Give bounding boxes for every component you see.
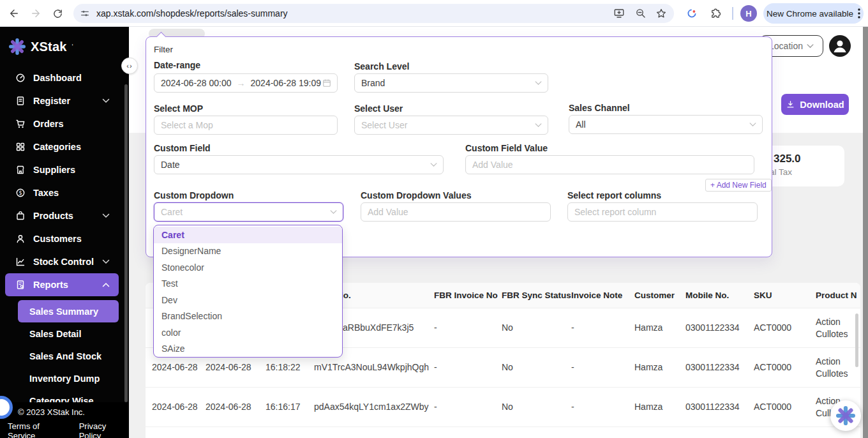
zoom-button[interactable] [632, 4, 650, 22]
terms-link[interactable]: Terms of Service [8, 421, 68, 438]
date-range-end: 2024-06-28 19:09 [251, 78, 322, 88]
reload-button[interactable] [49, 4, 66, 22]
sidebar-item-categories[interactable]: Categories [0, 135, 129, 158]
chevron-down-icon [430, 163, 437, 167]
chevron-down-icon [749, 123, 756, 127]
calendar-icon [322, 79, 331, 87]
sidebar-collapse-toggle[interactable]: ‹› [121, 57, 138, 74]
copyright-text: © 2023 XStak Inc. [18, 407, 129, 417]
install-app-button[interactable] [610, 4, 628, 22]
custom-field-value-input[interactable]: Add Value [465, 155, 754, 174]
user-avatar[interactable] [829, 35, 851, 57]
url-text: xap.xstak.com/shopdesk/reports/sales-sum… [96, 8, 288, 19]
sidebar-item-dashboard[interactable]: Dashboard [0, 66, 129, 89]
sidebar-item-suppliers[interactable]: Suppliers [0, 158, 129, 181]
chevron-down-icon [535, 81, 542, 86]
chevron-down-icon [535, 123, 542, 128]
custom-dropdown-values-input[interactable]: Add Value [361, 202, 551, 222]
search-level-select[interactable]: Brand [354, 73, 548, 93]
date-range-label: Date-range [154, 60, 200, 70]
custom-dropdown-label: Custom Dropdown [154, 190, 234, 200]
install-icon [613, 8, 625, 19]
dropdown-option-color[interactable]: color [154, 324, 342, 341]
submenu-sales-and-stock[interactable]: Sales And Stock [18, 345, 119, 367]
col-header-mobile-no: Mobile No. [685, 291, 747, 300]
brand-logo: XStak ' [9, 38, 73, 55]
reports-submenu: Sales Summary Sales Detail Sales And Sto… [18, 300, 119, 412]
chrome-update-button[interactable]: New Chrome available [763, 3, 864, 24]
page-scrollbar[interactable] [863, 27, 868, 438]
add-new-field-button[interactable]: + Add New Field [705, 179, 772, 192]
sidebar-item-orders[interactable]: Orders [0, 112, 129, 135]
site-settings-icon [80, 8, 90, 19]
chart-icon [15, 257, 26, 267]
bookmark-button[interactable] [652, 4, 670, 22]
col-header-fbr-invoice-no: FBR Invoice No [434, 291, 495, 300]
submenu-sales-summary[interactable]: Sales Summary [18, 300, 119, 322]
puzzle-icon [710, 8, 721, 19]
chevron-down-icon [102, 98, 110, 103]
col-header-sku: SKU [754, 291, 809, 300]
sales-channel-select[interactable]: All [569, 115, 763, 134]
sidebar-item-taxes[interactable]: $ Taxes [0, 181, 129, 204]
report-columns-input[interactable]: Select report column [567, 202, 758, 222]
sidebar-scrollbar[interactable] [124, 84, 128, 402]
submenu-inventory-dump[interactable]: Inventory Dump [18, 367, 119, 389]
download-icon [786, 100, 795, 109]
submenu-sales-detail[interactable]: Sales Detail [18, 322, 119, 345]
custom-field-select[interactable]: Date [154, 155, 444, 174]
extensions-button[interactable] [707, 4, 724, 22]
select-mop-label: Select MOP [154, 103, 203, 114]
browser-profile-avatar[interactable]: H [740, 5, 757, 22]
custom-dropdown-menu: Caret DesignerName Stonecolor Test Dev B… [153, 225, 343, 358]
store-icon [15, 165, 26, 175]
dropdown-option-test[interactable]: Test [154, 276, 342, 292]
dollar-circle-icon: $ [15, 188, 26, 198]
range-arrow-icon: → [237, 78, 246, 88]
dropdown-option-saize[interactable]: SAize [154, 341, 342, 358]
col-header-fbr-sync-status: FBR Sync Status [502, 291, 565, 300]
select-user-label: Select User [354, 103, 403, 114]
dropdown-option-stonecolor[interactable]: Stonecolor [154, 259, 342, 276]
report-icon [15, 280, 26, 290]
col-header-customer: Customer [634, 291, 679, 300]
privacy-link[interactable]: Privacy Policy [79, 421, 129, 438]
xstak-chat-widget[interactable] [830, 400, 861, 431]
sidebar-item-reports[interactable]: Reports [5, 273, 119, 296]
register-icon [15, 96, 26, 106]
dropdown-option-caret[interactable]: Caret [154, 227, 342, 243]
dropdown-option-brandselection[interactable]: BrandSelection [154, 308, 342, 325]
dropdown-option-designername[interactable]: DesignerName [154, 243, 342, 260]
select-mop-input[interactable]: Select a Mop [154, 116, 338, 135]
table-row[interactable]: 2024-06-28 2024-06-28 16:16:17 pdAax54kq… [146, 388, 860, 427]
sidebar-item-products[interactable]: Products [0, 204, 129, 227]
sidebar-item-customers[interactable]: Customers [0, 227, 129, 250]
sidebar-item-register[interactable]: Register [0, 89, 129, 112]
star-icon [655, 8, 667, 19]
gauge-icon [15, 73, 26, 83]
forward-icon [30, 8, 41, 19]
address-bar[interactable]: xap.xstak.com/shopdesk/reports/sales-sum… [73, 4, 674, 23]
col-header-invoice-note: Invoice Note [571, 291, 628, 300]
chevron-down-icon [102, 213, 110, 218]
browser-toolbar: xap.xstak.com/shopdesk/reports/sales-sum… [0, 0, 868, 27]
sidebar-item-stock-control[interactable]: Stock Control [0, 250, 129, 273]
extension-badge-button[interactable] [683, 4, 701, 22]
bag-icon [15, 211, 26, 221]
dropdown-option-dev[interactable]: Dev [154, 292, 342, 308]
sidebar: XStak ' Dashboard Register Orders Catego… [0, 27, 129, 438]
chrome-update-label: New Chrome available [767, 9, 853, 19]
download-button[interactable]: Download [781, 94, 849, 115]
xstak-logo-icon [836, 406, 855, 425]
forward-button[interactable] [27, 4, 45, 22]
chevron-down-icon [330, 210, 337, 215]
custom-field-label: Custom Field [154, 143, 211, 153]
select-user-select[interactable]: Select User [354, 116, 548, 135]
table-scrollbar[interactable] [855, 313, 858, 367]
col-header-product-name: Product N [816, 291, 860, 300]
custom-dropdown-select[interactable]: Caret [154, 202, 343, 222]
location-label: Location [769, 41, 803, 51]
report-columns-label: Select report columns [567, 190, 661, 200]
date-range-input[interactable]: 2024-06-28 00:00 → 2024-06-28 19:09 [154, 73, 338, 93]
back-button[interactable] [5, 4, 23, 22]
